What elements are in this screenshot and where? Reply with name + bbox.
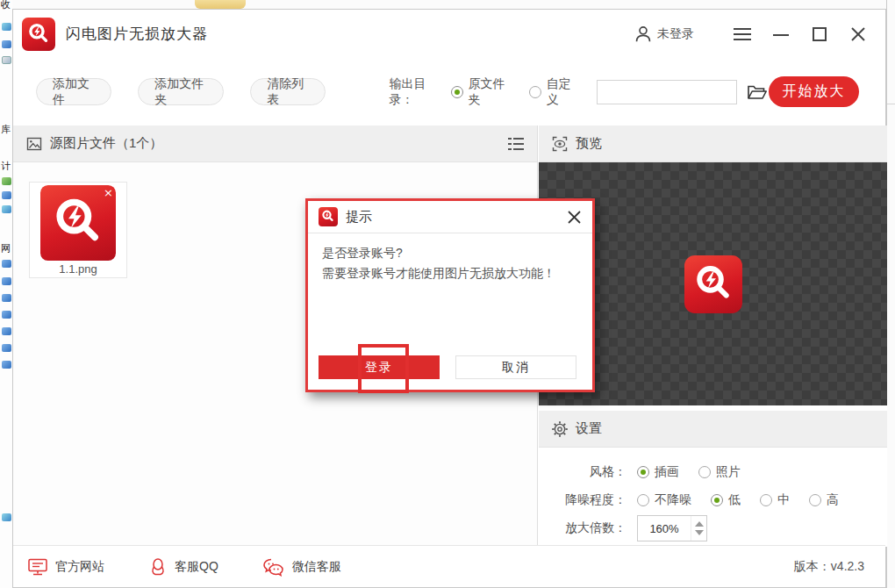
qq-icon: [148, 557, 168, 577]
radio-label: 原文件夹: [469, 76, 508, 108]
close-icon: [567, 210, 582, 225]
radio-label: 自定义: [547, 76, 576, 108]
maximize-icon: [812, 26, 827, 42]
denoise-radio-none[interactable]: 不降噪: [637, 492, 691, 508]
start-enlarge-button[interactable]: 开始放大: [769, 76, 859, 107]
radio-icon: [760, 494, 772, 506]
dialog-title: 提示: [346, 209, 372, 226]
preview-image: [684, 255, 742, 313]
scale-spinner[interactable]: 160%: [637, 515, 707, 541]
explorer-icon: [2, 56, 11, 64]
settings-panel-title: 设置: [576, 420, 602, 437]
version-label: 版本：v4.2.3: [794, 559, 864, 575]
spin-up-icon[interactable]: [695, 521, 704, 527]
denoise-setting-row: 降噪程度： 不降噪 低 中 高: [539, 486, 887, 514]
dialog-message-line2: 需要登录账号才能使用图片无损放大功能！: [322, 263, 578, 283]
radio-icon: [451, 86, 463, 98]
radio-label: 中: [777, 492, 790, 508]
radio-label: 不降噪: [655, 492, 691, 508]
output-dir-label: 输出目录：: [389, 76, 441, 108]
radio-icon: [529, 86, 541, 98]
denoise-label: 降噪程度：: [551, 492, 626, 508]
image-icon: [25, 135, 43, 153]
computer-icon: [2, 344, 11, 352]
explorer-icon: [2, 23, 11, 31]
dialog-login-button[interactable]: 登录: [319, 355, 440, 379]
spinner-arrows: [691, 516, 706, 541]
add-folder-button[interactable]: 添加文件夹: [138, 78, 224, 105]
dialog-logo-icon: [319, 207, 338, 226]
scale-value: 160%: [638, 522, 691, 535]
dialog-header: 提示: [308, 201, 592, 233]
remove-file-icon[interactable]: ×: [104, 187, 113, 198]
official-website-link[interactable]: 官方网站: [27, 557, 104, 577]
denoise-radio-medium[interactable]: 中: [760, 492, 790, 508]
browse-folder-button[interactable]: [746, 79, 769, 105]
background-explorer-strip: 收 库 计 网: [0, 0, 12, 588]
preview-eye-icon: [551, 135, 569, 153]
background-text: 库: [1, 123, 11, 136]
settings-panel-header: 设置: [539, 411, 887, 448]
file-name: 1.1.png: [30, 262, 126, 276]
preview-panel-title: 预览: [576, 135, 602, 152]
qq-support-label: 客服QQ: [175, 559, 218, 575]
spin-down-icon[interactable]: [695, 530, 704, 535]
dialog-close-button[interactable]: [567, 210, 582, 225]
background-desktop-strip: [12, 0, 886, 9]
minimize-icon: [772, 27, 790, 41]
style-radio-illustration[interactable]: 插画: [637, 464, 679, 480]
wechat-support-link[interactable]: 微信客服: [262, 557, 341, 577]
toolbar: 添加文件 添加文件夹 清除列表 输出目录： 原文件夹 自定义 开始放大: [13, 58, 885, 125]
source-panel-title: 源图片文件（1个）: [50, 135, 162, 152]
computer-icon: [2, 294, 11, 302]
menu-button[interactable]: [729, 21, 755, 47]
folder-thumbnail-icon: [195, 0, 246, 9]
style-setting-row: 风格： 插画 照片: [539, 458, 887, 486]
app-logo-icon: [22, 18, 55, 51]
close-icon: [850, 26, 866, 42]
qq-support-link[interactable]: 客服QQ: [148, 557, 218, 577]
computer-icon: [2, 260, 11, 268]
file-thumbnail-card[interactable]: × 1.1.png: [29, 182, 127, 278]
clear-list-button[interactable]: 清除列表: [250, 78, 326, 105]
add-file-button[interactable]: 添加文件: [36, 78, 111, 105]
wechat-icon: [262, 557, 285, 577]
open-folder-icon: [747, 83, 768, 101]
file-thumbnail-image: ×: [40, 185, 116, 261]
style-radio-photo[interactable]: 照片: [698, 464, 741, 480]
hamburger-icon: [733, 27, 752, 41]
explorer-icon: [2, 191, 11, 199]
preview-panel-header: 预览: [539, 125, 887, 162]
minimize-button[interactable]: [768, 21, 794, 47]
background-text: 网: [1, 242, 11, 255]
computer-icon: [2, 277, 11, 285]
denoise-radio-low[interactable]: 低: [711, 492, 741, 508]
footer-bar: 官方网站 客服QQ 微信客服 版本：v4.2.3: [13, 545, 885, 587]
output-radio-custom[interactable]: 自定义: [529, 76, 576, 108]
official-website-label: 官方网站: [55, 559, 104, 575]
radio-icon: [711, 494, 723, 506]
explorer-icon: [2, 205, 11, 213]
user-icon: [634, 25, 653, 44]
radio-icon: [637, 466, 649, 478]
radio-icon: [637, 494, 649, 506]
computer-icon: [2, 361, 11, 369]
dialog-cancel-button[interactable]: 取消: [455, 355, 576, 379]
close-button[interactable]: [845, 21, 871, 47]
login-status-button[interactable]: 未登录: [634, 25, 694, 44]
output-path-input[interactable]: [597, 80, 737, 104]
explorer-icon: [2, 177, 11, 185]
scale-label: 放大倍数：: [551, 520, 626, 536]
maximize-button[interactable]: [806, 21, 833, 47]
radio-icon: [809, 494, 821, 506]
denoise-radio-high[interactable]: 高: [809, 492, 839, 508]
gear-icon: [551, 420, 569, 438]
wechat-support-label: 微信客服: [292, 559, 341, 575]
output-radio-original-folder[interactable]: 原文件夹: [451, 76, 508, 108]
dialog-message-line1: 是否登录账号?: [322, 243, 578, 263]
background-window-strip: [886, 0, 895, 588]
style-label: 风格：: [551, 464, 626, 480]
monitor-icon: [27, 557, 48, 577]
list-view-button[interactable]: [507, 136, 525, 152]
source-panel-header: 源图片文件（1个）: [13, 125, 537, 162]
